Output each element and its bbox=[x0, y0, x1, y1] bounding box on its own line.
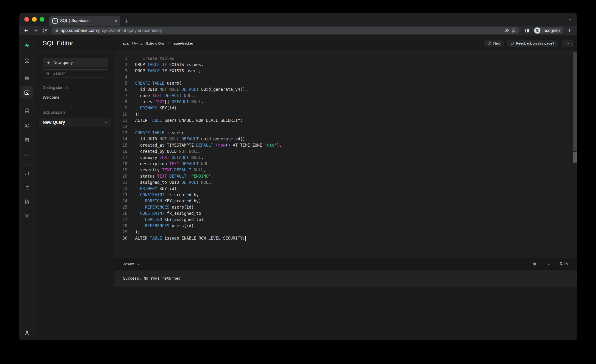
run-button[interactable]: RUN bbox=[560, 262, 568, 266]
code-line[interactable]: 17 summary TEXT DEFAULT NULL, bbox=[115, 155, 577, 161]
line-number: 19 bbox=[115, 167, 127, 173]
browser-tab-bar: SQL | Supabase bbox=[19, 13, 577, 26]
code-line[interactable]: 11ALTER TABLE users ENABLE ROW LEVEL SEC… bbox=[115, 117, 577, 124]
code-line[interactable]: 19 severity TEXT DEFAULT NULL, bbox=[115, 167, 577, 173]
sql-editor-sidebar: SQL Editor New query Getting started Wel… bbox=[35, 35, 115, 340]
home-icon[interactable] bbox=[24, 58, 30, 63]
code-line[interactable]: 20 status TEXT DEFAULT 'PENDING', bbox=[115, 173, 577, 179]
code-line[interactable]: 3DROP TABLE IF EXISTS users; bbox=[115, 68, 577, 74]
account-icon[interactable] bbox=[24, 330, 30, 336]
breadcrumb-org[interactable]: adam@windmill.dev's Org bbox=[123, 41, 164, 45]
code-line[interactable]: 22 PRIMARY KEY(id), bbox=[115, 186, 577, 192]
results-message: Success. No rows returned bbox=[115, 270, 577, 287]
feedback-button[interactable]: Feedback on this page? bbox=[507, 40, 558, 47]
rail-divider bbox=[22, 69, 31, 69]
logs-list-icon[interactable] bbox=[24, 185, 30, 191]
code-line[interactable]: 13CREATE TABLE issues( bbox=[115, 130, 577, 136]
code-line[interactable]: 12 bbox=[115, 124, 577, 130]
breadcrumb-separator: / bbox=[168, 41, 169, 45]
code-line[interactable]: 6 id UUID NOT NULL DEFAULT uuid_generate… bbox=[115, 86, 577, 92]
code-line[interactable]: 23 CONSTRAINT fk_created_by bbox=[115, 192, 577, 198]
line-number: 16 bbox=[115, 148, 127, 155]
code-line[interactable]: 1-- Create tables bbox=[115, 55, 577, 61]
incognito-icon bbox=[534, 27, 540, 34]
privacy-eye-off-icon[interactable] bbox=[504, 28, 509, 33]
sql-code-editor[interactable]: 1-- Create tables2DROP TABLE IF EXISTS i… bbox=[115, 52, 577, 258]
side-panel-icon[interactable] bbox=[523, 26, 531, 35]
docs-file-icon[interactable] bbox=[24, 199, 30, 205]
new-query-button[interactable]: New query bbox=[43, 58, 108, 67]
notifications-button[interactable] bbox=[562, 40, 573, 47]
back-icon[interactable] bbox=[22, 26, 30, 35]
lock-icon bbox=[55, 29, 59, 32]
new-query-button-label: New query bbox=[53, 60, 73, 65]
code-line[interactable]: 7 name TEXT DEFAULT NULL, bbox=[115, 92, 577, 99]
code-line[interactable]: 26 CONSTRAINT fk_assigned_to bbox=[115, 210, 577, 216]
code-line[interactable]: 30ALTER TABLE issues ENABLE ROW LEVEL SE… bbox=[115, 235, 577, 241]
url-text[interactable]: app.supabase.com/project/azahtnhqohyjerz… bbox=[60, 28, 502, 33]
line-number: 28 bbox=[115, 223, 127, 229]
code-line[interactable]: 27 FOREIGN KEY(assigned_to) bbox=[115, 216, 577, 223]
chevron-down-icon[interactable] bbox=[104, 121, 108, 124]
code-line[interactable]: 28 REFERENCES users(id) bbox=[115, 223, 577, 229]
page-title: SQL Editor bbox=[43, 40, 73, 47]
favorite-heart-icon[interactable] bbox=[532, 262, 537, 266]
results-dropdown[interactable]: Results bbox=[123, 262, 140, 266]
api-code-icon[interactable] bbox=[24, 152, 30, 158]
rail-divider bbox=[22, 164, 31, 165]
code-line[interactable]: 15 created_at TIMESTAMPTZ DEFAULT (now()… bbox=[115, 142, 577, 148]
sidebar-item-new-query[interactable]: New Query bbox=[39, 118, 111, 126]
tab-close-icon[interactable] bbox=[114, 19, 118, 23]
reports-chart-icon[interactable] bbox=[24, 171, 30, 176]
bookmark-star-icon[interactable] bbox=[511, 28, 516, 33]
close-window-button[interactable] bbox=[24, 17, 29, 22]
forward-icon[interactable] bbox=[31, 26, 40, 35]
line-number: 6 bbox=[115, 86, 127, 92]
code-line[interactable]: 24 FOREIGN KEY(created_by) bbox=[115, 198, 577, 204]
database-icon[interactable] bbox=[24, 108, 30, 114]
line-content: id UUID NOT NULL DEFAULT uuid_generate_v… bbox=[127, 86, 247, 92]
snippet-search[interactable] bbox=[43, 69, 108, 77]
code-line[interactable]: 16 created_by UUID NOT NULL, bbox=[115, 148, 577, 155]
line-number: 3 bbox=[115, 68, 127, 74]
sidebar-item-welcome[interactable]: Welcome bbox=[43, 95, 108, 100]
maximize-window-button[interactable] bbox=[40, 17, 44, 22]
browser-tab[interactable]: SQL | Supabase bbox=[49, 16, 120, 26]
incognito-badge[interactable]: Incognito bbox=[533, 27, 563, 34]
line-content: description TEXT DEFAULT NULL, bbox=[127, 161, 213, 167]
browser-menu-icon[interactable] bbox=[566, 26, 574, 35]
line-content: CREATE TABLE users( bbox=[127, 80, 181, 86]
settings-gear-icon[interactable] bbox=[24, 213, 30, 219]
code-line[interactable]: 25 REFERENCES users(id), bbox=[115, 204, 577, 210]
editor-scrollbar-thumb[interactable] bbox=[573, 152, 577, 163]
supabase-logo-icon[interactable] bbox=[24, 42, 30, 49]
help-button[interactable]: Help bbox=[484, 40, 504, 47]
code-line[interactable]: 21 assigned_to UUID DEFAULT NULL, bbox=[115, 179, 577, 186]
bell-icon bbox=[565, 41, 569, 45]
line-number: 4 bbox=[115, 74, 127, 80]
search-input[interactable] bbox=[52, 71, 105, 76]
code-line[interactable]: 4 bbox=[115, 74, 577, 80]
tab-search-chevron-icon[interactable] bbox=[568, 17, 572, 22]
line-content: CREATE TABLE issues( bbox=[127, 130, 184, 136]
new-tab-button[interactable] bbox=[124, 19, 129, 24]
code-line[interactable]: 5CREATE TABLE users( bbox=[115, 80, 577, 86]
url-bar[interactable]: app.supabase.com/project/azahtnhqohyjerz… bbox=[52, 27, 520, 34]
code-line[interactable]: 8 roles TEXT[] DEFAULT NULL, bbox=[115, 99, 577, 105]
code-line[interactable]: 9 PRIMARY KEY(id) bbox=[115, 105, 577, 111]
reload-icon[interactable] bbox=[41, 26, 49, 35]
table-editor-icon[interactable] bbox=[24, 75, 30, 81]
code-line[interactable]: 14 id UUID NOT NULL DEFAULT uuid_generat… bbox=[115, 136, 577, 142]
code-line[interactable]: 2DROP TABLE IF EXISTS issues; bbox=[115, 61, 577, 68]
code-line[interactable]: 10); bbox=[115, 111, 577, 117]
minimize-window-button[interactable] bbox=[32, 17, 37, 22]
breadcrumb-project[interactable]: issue-tracker bbox=[173, 41, 193, 45]
sql-editor-nav-active[interactable] bbox=[21, 87, 33, 98]
storage-icon[interactable] bbox=[24, 137, 30, 143]
line-content: ALTER TABLE users ENABLE ROW LEVEL SECUR… bbox=[127, 117, 242, 124]
code-line[interactable]: 18 description TEXT DEFAULT NULL, bbox=[115, 161, 577, 167]
auth-users-icon[interactable] bbox=[24, 123, 30, 129]
editor-scrollbar[interactable] bbox=[573, 52, 577, 151]
code-line[interactable]: 29); bbox=[115, 229, 577, 235]
run-options-chevron-icon[interactable] bbox=[546, 262, 550, 266]
